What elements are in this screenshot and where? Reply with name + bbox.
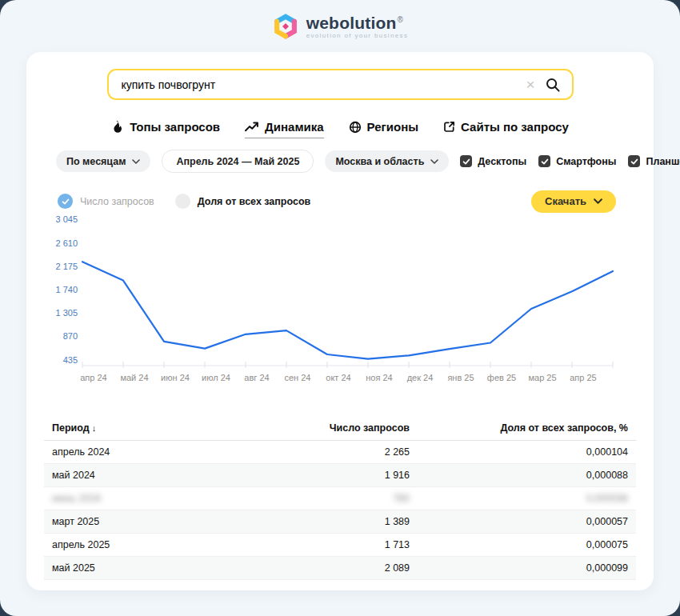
checkbox-checked-icon <box>628 155 640 167</box>
webolution-logo-icon <box>272 13 299 40</box>
share-cell: 0,000075 <box>410 534 636 557</box>
metric-toggle-row: Число запросовДоля от всех запросов Скач… <box>26 190 654 212</box>
x-axis-label: апр 24 <box>80 373 106 382</box>
count-cell: 1 389 <box>284 510 410 534</box>
chevron-down-icon <box>132 159 140 164</box>
period-cell: март 2025 <box>44 510 284 534</box>
clear-search-icon[interactable]: × <box>526 77 534 92</box>
x-axis-label: мар 25 <box>528 373 556 382</box>
count-cell: 2 089 <box>284 557 410 580</box>
tabs-nav: Топы запросовДинамикаРегионыСайты по зап… <box>26 120 654 138</box>
x-axis-label: янв 25 <box>447 373 474 382</box>
device-filters: ДесктопыСмартфоныПланшеты <box>460 155 680 167</box>
period-cell: апрель 2024 <box>44 441 284 464</box>
table-row: июнь 20247800,000036 <box>44 487 636 510</box>
x-axis-label: фев 25 <box>487 373 516 382</box>
checkbox-smartphones[interactable]: Смартфоны <box>538 155 616 167</box>
table-row: май 20241 9160,000088 <box>44 464 636 487</box>
table-row: апрель 20251 7130,000075 <box>44 534 636 557</box>
period-label: Апрель 2024 — Май 2025 <box>176 156 299 167</box>
radio-icon <box>175 194 190 209</box>
y-axis-label: 435 <box>63 355 78 365</box>
period-cell: апрель 2025 <box>44 534 284 557</box>
periods-table: Период↓Число запросовДоля от всех запрос… <box>44 422 636 580</box>
table-header-row: Период↓Число запросовДоля от всех запрос… <box>44 422 636 441</box>
x-axis-label: июн 24 <box>161 373 190 382</box>
brand-header: webolution® evolution of your business <box>0 0 680 45</box>
dynamics-chart: 4358701 3051 7402 1752 6103 045апр 24май… <box>26 212 654 392</box>
y-axis-label: 870 <box>63 331 78 341</box>
table-row: март 20251 3890,000057 <box>44 510 636 534</box>
checkbox-tablets[interactable]: Планшеты <box>628 155 680 167</box>
checkbox-label: Планшеты <box>646 156 680 167</box>
radio-share[interactable]: Доля от всех запросов <box>175 194 310 209</box>
metric-toggle: Число запросовДоля от всех запросов <box>58 194 310 209</box>
checkbox-checked-icon <box>538 155 550 167</box>
y-axis-label: 1 740 <box>55 285 78 294</box>
count-cell: 1 916 <box>284 464 410 487</box>
x-axis-label: апр 25 <box>570 373 596 382</box>
x-axis-label: сен 24 <box>285 373 311 382</box>
trend-up-icon <box>245 122 259 132</box>
download-button[interactable]: Скачать <box>531 190 616 213</box>
column-header: Доля от всех запросов, % <box>410 422 636 441</box>
tab-regions[interactable]: Регионы <box>349 120 418 138</box>
share-cell: 0,000057 <box>410 510 636 534</box>
y-axis-label: 2 175 <box>55 262 78 271</box>
download-label: Скачать <box>545 195 586 207</box>
y-axis-label: 3 045 <box>55 214 78 224</box>
share-cell: 0,000099 <box>410 557 636 580</box>
share-cell: 0,000104 <box>410 441 636 464</box>
chevron-down-icon <box>430 159 438 164</box>
tab-dynamics[interactable]: Динамика <box>245 120 323 138</box>
x-axis-label: май 24 <box>120 373 148 382</box>
tab-label: Регионы <box>367 120 418 134</box>
radio-count[interactable]: Число запросов <box>58 194 154 209</box>
tab-label: Топы запросов <box>130 120 220 134</box>
sort-desc-icon: ↓ <box>92 423 97 433</box>
period-cell: май 2024 <box>44 464 284 487</box>
tab-tops[interactable]: Топы запросов <box>111 120 220 138</box>
count-cell: 780 <box>284 487 410 510</box>
chart-line <box>82 262 613 359</box>
external-link-icon <box>443 121 455 133</box>
period-chip[interactable]: Апрель 2024 — Май 2025 <box>162 150 314 173</box>
chevron-down-icon <box>594 198 602 204</box>
checkbox-label: Десктопы <box>478 156 526 167</box>
column-header[interactable]: Период↓ <box>44 422 284 441</box>
count-cell: 2 265 <box>284 441 410 464</box>
checkbox-checked-icon <box>460 155 472 167</box>
search-bar: × <box>107 69 574 100</box>
tab-sites[interactable]: Сайты по запросу <box>443 120 569 138</box>
search-icon[interactable] <box>545 77 561 93</box>
globe-icon <box>349 121 362 134</box>
column-header: Число запросов <box>284 422 410 441</box>
filters-row: По месяцам Апрель 2024 — Май 2025 Москва… <box>26 150 654 173</box>
flame-icon <box>111 120 124 134</box>
x-axis-label: окт 24 <box>326 373 350 382</box>
brand-tagline: evolution of your business <box>306 33 409 39</box>
table-row: апрель 20242 2650,000104 <box>44 441 636 464</box>
wordstat-card: × Топы запросовДинамикаРегионыСайты по з… <box>26 52 654 590</box>
registered-mark: ® <box>398 15 404 24</box>
share-cell: 0,000088 <box>410 464 636 487</box>
y-axis-label: 2 610 <box>55 238 78 248</box>
page-background: webolution® evolution of your business ×… <box>0 0 680 616</box>
brand-name: webolution® <box>306 14 409 31</box>
group-by-dropdown[interactable]: По месяцам <box>56 150 150 172</box>
count-cell: 1 713 <box>284 534 410 557</box>
tab-label: Динамика <box>265 120 323 134</box>
checkbox-desktops[interactable]: Десктопы <box>460 155 526 167</box>
region-label: Москва и область <box>335 156 424 167</box>
x-axis-label: июл 24 <box>202 373 230 382</box>
y-axis-label: 1 305 <box>55 308 78 318</box>
search-input[interactable] <box>120 78 517 92</box>
tab-label: Сайты по запросу <box>461 120 569 134</box>
region-dropdown[interactable]: Москва и область <box>325 150 449 172</box>
radio-label: Число запросов <box>80 196 154 207</box>
x-axis-label: дек 24 <box>407 373 434 382</box>
period-cell: июнь 2024 <box>44 487 284 510</box>
group-by-label: По месяцам <box>66 156 126 167</box>
table-row: май 20252 0890,000099 <box>44 557 636 580</box>
share-cell: 0,000036 <box>410 487 636 510</box>
